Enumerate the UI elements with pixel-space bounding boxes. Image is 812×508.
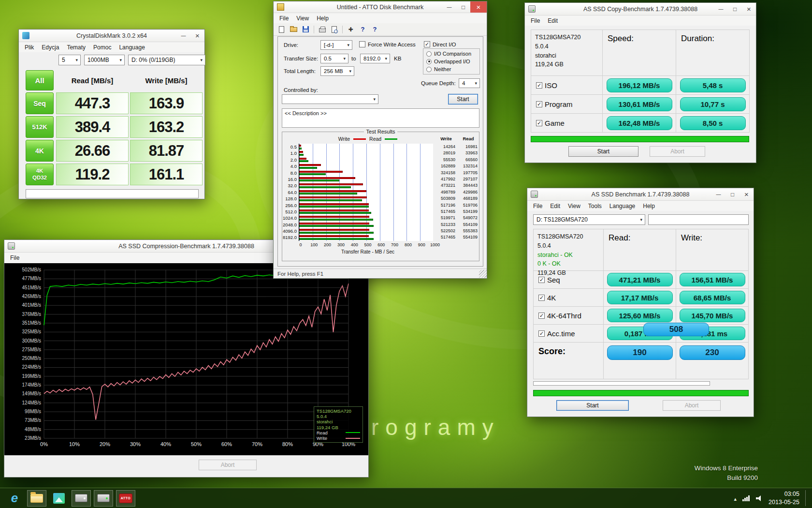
print-icon[interactable] — [317, 24, 328, 34]
overlapped-io-radio-circle[interactable] — [426, 59, 432, 64]
taskbar-clock[interactable]: 03:05 2013-05-25 — [768, 490, 799, 507]
help-icon[interactable] — [357, 24, 368, 34]
force-write-access-checkbox[interactable]: Force Write Access — [359, 41, 416, 47]
menu-file[interactable]: File — [276, 14, 292, 23]
program-duration-value: 10,77 s — [680, 97, 746, 111]
taskbar-icon-internet-explorer[interactable] — [5, 490, 24, 507]
drive-select[interactable]: D: 0% (0/119GB) — [128, 55, 205, 65]
program-checkbox[interactable] — [536, 101, 542, 107]
test-size-select[interactable]: 1000MB — [84, 55, 125, 65]
minimize-icon[interactable] — [714, 3, 728, 15]
acctime-checkbox[interactable] — [538, 330, 545, 337]
menu-edycja[interactable]: Edycja — [38, 43, 63, 52]
description-box[interactable]: << Description >> — [282, 108, 479, 128]
atto-start-button[interactable]: Start — [448, 94, 478, 105]
copy-titlebar[interactable]: AS SSD Copy-Benchmark 1.7.4739.38088 — [525, 3, 756, 15]
taskbar-icon-photo-viewer[interactable] — [49, 490, 69, 507]
taskbar-icon-as-ssd[interactable] — [94, 490, 113, 507]
neither-radio-circle[interactable] — [426, 67, 432, 72]
taskbar-icon-file-explorer[interactable] — [27, 490, 46, 507]
all-test-button[interactable]: All — [26, 70, 54, 90]
context-help-icon[interactable] — [369, 24, 380, 34]
total-length-select[interactable]: 256 MB — [320, 66, 354, 76]
taskbar-icon-crystaldiskmark[interactable] — [72, 490, 91, 507]
atto-titlebar[interactable]: Untitled - ATTO Disk Benchmark — [274, 1, 487, 13]
menu-file[interactable]: File — [527, 16, 544, 25]
close-icon[interactable] — [742, 3, 756, 15]
controlled-by-select[interactable] — [282, 94, 378, 104]
score-label: Score: — [534, 343, 604, 379]
direct-io-checkbox-box[interactable] — [424, 41, 430, 47]
transfer-size-to-select[interactable]: 8192.0 — [360, 54, 390, 63]
bench-secondary-field[interactable] — [648, 214, 749, 225]
print-preview-icon[interactable] — [329, 24, 340, 34]
maximize-icon[interactable] — [456, 1, 470, 13]
bench-drive-select[interactable]: D: TS128GMSA720 — [533, 214, 645, 225]
seq-checkbox[interactable] — [538, 277, 545, 283]
copy-caption-buttons — [714, 3, 756, 15]
io-comparison-radio-circle[interactable] — [426, 51, 432, 57]
save-icon[interactable] — [300, 24, 311, 34]
maximize-icon[interactable] — [728, 3, 742, 15]
new-file-icon[interactable] — [276, 24, 287, 34]
pan-icon[interactable] — [345, 24, 356, 34]
read-value: 33963 — [455, 150, 478, 156]
io-comparison-radio[interactable]: I/O Comparison — [426, 51, 477, 57]
menu-file[interactable]: File — [529, 202, 546, 210]
menu-language[interactable]: Language — [115, 43, 148, 52]
write-value: 517465 — [433, 209, 455, 215]
minimize-icon[interactable] — [176, 30, 190, 42]
menu-tools[interactable]: Tools — [584, 202, 606, 210]
minimize-icon[interactable] — [711, 188, 725, 200]
cdm-comment-input[interactable] — [26, 189, 199, 198]
bench-titlebar[interactable]: AS SSD Benchmark 1.7.4739.38088 — [527, 188, 754, 201]
menu-view[interactable]: View — [292, 14, 313, 23]
seq-test-button[interactable]: Seq — [26, 92, 54, 114]
menu-edit[interactable]: Edit — [544, 16, 562, 25]
transfer-size-from-select[interactable]: 0.5 — [320, 54, 348, 63]
direct-io-checkbox[interactable]: Direct I/O — [424, 41, 456, 47]
close-icon[interactable] — [740, 188, 754, 200]
resize-grip[interactable] — [479, 270, 487, 278]
taskbar-icon-atto[interactable]: ATTO — [116, 490, 135, 507]
copy-start-button[interactable]: Start — [568, 146, 638, 157]
menu-view[interactable]: View — [564, 202, 584, 210]
close-icon[interactable] — [190, 30, 204, 42]
4k64-checkbox[interactable] — [538, 313, 545, 319]
test-count-select[interactable]: 5 — [58, 55, 81, 65]
4k-checkbox[interactable] — [538, 295, 545, 301]
show-desktop-button[interactable] — [805, 490, 809, 507]
game-checkbox[interactable] — [536, 120, 542, 126]
copy-abort-button[interactable]: Abort — [650, 146, 705, 157]
tray-expand-icon[interactable] — [734, 494, 737, 503]
menu-help[interactable]: Help — [313, 14, 333, 23]
minimize-icon[interactable] — [442, 1, 456, 13]
force-write-checkbox-box[interactable] — [359, 41, 365, 47]
512k-test-button[interactable]: 512K — [26, 116, 54, 138]
menu-edit[interactable]: Edit — [546, 202, 564, 210]
atto-drive-select[interactable]: [-d-] — [320, 40, 352, 50]
cdm-titlebar[interactable]: CrystalDiskMark 3.0.2 x64 — [19, 30, 204, 42]
menu-language[interactable]: Language — [606, 202, 639, 210]
compress-abort-button[interactable]: Abort — [199, 460, 257, 470]
iso-checkbox[interactable] — [536, 82, 542, 89]
open-folder-icon[interactable] — [288, 24, 299, 34]
menu-file[interactable]: File — [6, 254, 23, 262]
close-icon[interactable] — [470, 1, 487, 13]
volume-icon[interactable] — [756, 495, 763, 501]
bench-abort-button[interactable]: Abort — [663, 400, 721, 411]
menu-plik[interactable]: Plik — [21, 43, 38, 52]
neither-radio[interactable]: Neither — [426, 66, 477, 72]
menu-pomoc[interactable]: Pomoc — [89, 43, 115, 52]
menu-help[interactable]: Help — [639, 202, 659, 210]
bench-start-button[interactable]: Start — [556, 400, 629, 411]
overlapped-io-radio[interactable]: Overlapped I/O — [426, 59, 477, 64]
legend-write-label: Write — [317, 435, 327, 441]
4kqd32-test-button[interactable]: 4K QD32 — [26, 164, 54, 185]
menu-tematy[interactable]: Tematy — [63, 43, 89, 52]
maximize-icon[interactable] — [725, 188, 740, 200]
network-icon[interactable] — [742, 495, 750, 501]
queue-depth-select[interactable]: 4 — [459, 78, 480, 88]
4k-read-value: 17,17 MB/s — [607, 291, 673, 304]
4k-test-button[interactable]: 4K — [26, 140, 54, 162]
